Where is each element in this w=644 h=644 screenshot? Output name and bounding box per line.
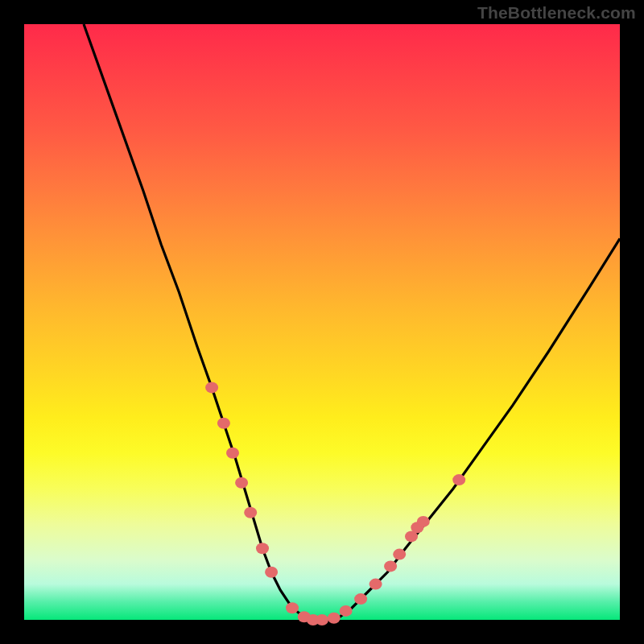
data-marker bbox=[384, 560, 397, 572]
chart-frame: TheBottleneck.com bbox=[0, 0, 644, 644]
data-marker bbox=[316, 614, 328, 625]
data-marker bbox=[244, 507, 257, 518]
plot-area bbox=[24, 24, 620, 620]
data-marker bbox=[354, 593, 367, 605]
attribution-label: TheBottleneck.com bbox=[477, 3, 636, 23]
bottleneck-curve bbox=[84, 24, 620, 620]
data-marker bbox=[393, 549, 406, 560]
data-markers bbox=[205, 382, 465, 625]
data-marker bbox=[369, 579, 382, 590]
data-marker bbox=[452, 474, 465, 485]
data-marker bbox=[226, 448, 239, 459]
data-marker bbox=[265, 567, 278, 578]
data-marker bbox=[256, 543, 269, 554]
data-marker bbox=[235, 477, 248, 489]
data-marker bbox=[217, 418, 230, 429]
data-marker bbox=[286, 602, 299, 613]
data-marker bbox=[417, 516, 430, 527]
data-marker bbox=[340, 605, 353, 617]
data-marker bbox=[328, 613, 341, 624]
chart-svg bbox=[24, 24, 620, 620]
data-marker bbox=[205, 382, 218, 393]
